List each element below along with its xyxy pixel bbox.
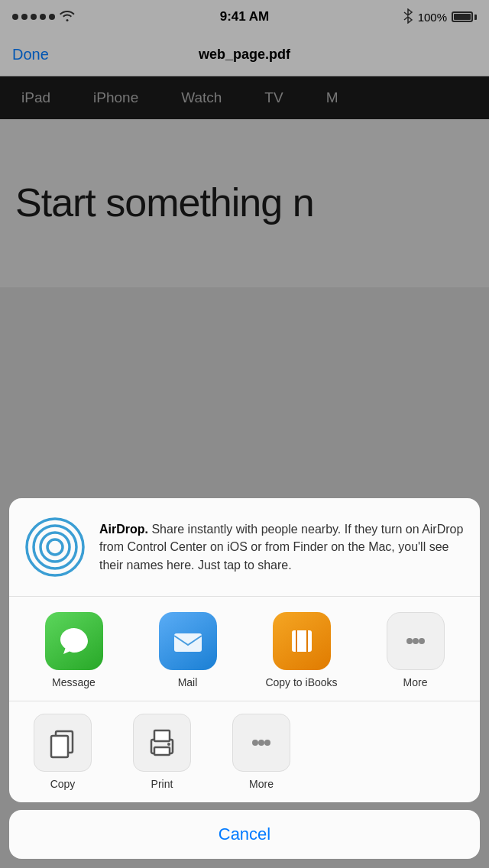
svg-point-16 (167, 743, 170, 746)
airdrop-description: AirDrop. Share instantly with people nea… (99, 520, 465, 574)
ibooks-label: Copy to iBooks (265, 676, 337, 688)
airdrop-icon (24, 517, 86, 578)
svg-point-0 (47, 539, 63, 555)
svg-point-9 (413, 638, 419, 644)
mail-label: Mail (178, 676, 198, 688)
action-more[interactable]: More (215, 714, 307, 790)
svg-point-18 (258, 740, 264, 746)
svg-point-3 (27, 519, 83, 575)
action-copy[interactable]: Copy (17, 714, 108, 790)
share-apps-row: Message Mail (9, 596, 480, 701)
share-message[interactable]: Message (28, 612, 120, 688)
mail-app-icon (159, 612, 217, 670)
svg-rect-6 (174, 633, 202, 652)
svg-point-19 (264, 740, 270, 746)
copy-icon-box (34, 714, 92, 772)
share-more-apps[interactable]: More (370, 612, 461, 688)
ibooks-app-icon (273, 612, 331, 670)
airdrop-panel: AirDrop. Share instantly with people nea… (9, 498, 480, 596)
share-sheet: AirDrop. Share instantly with people nea… (0, 498, 489, 868)
svg-rect-14 (154, 730, 170, 741)
message-label: Message (52, 676, 96, 688)
svg-rect-12 (51, 736, 68, 757)
copy-label: Copy (50, 778, 76, 790)
print-label: Print (151, 778, 173, 790)
share-ibooks[interactable]: Copy to iBooks (256, 612, 348, 688)
svg-point-10 (419, 638, 425, 644)
svg-point-1 (40, 533, 70, 562)
svg-rect-15 (154, 747, 170, 755)
cancel-button[interactable]: Cancel (9, 810, 480, 859)
main-sheet-card: AirDrop. Share instantly with people nea… (9, 498, 480, 802)
print-icon-box (133, 714, 191, 772)
svg-point-17 (252, 740, 258, 746)
more-apps-icon (387, 612, 445, 670)
svg-point-8 (406, 638, 413, 644)
more-icon-box (232, 714, 290, 772)
actions-row: Copy Print (9, 701, 480, 802)
message-app-icon (45, 612, 103, 670)
share-mail[interactable]: Mail (142, 612, 234, 688)
more-label: More (249, 778, 274, 790)
action-print[interactable]: Print (116, 714, 208, 790)
more-apps-label: More (403, 676, 428, 688)
